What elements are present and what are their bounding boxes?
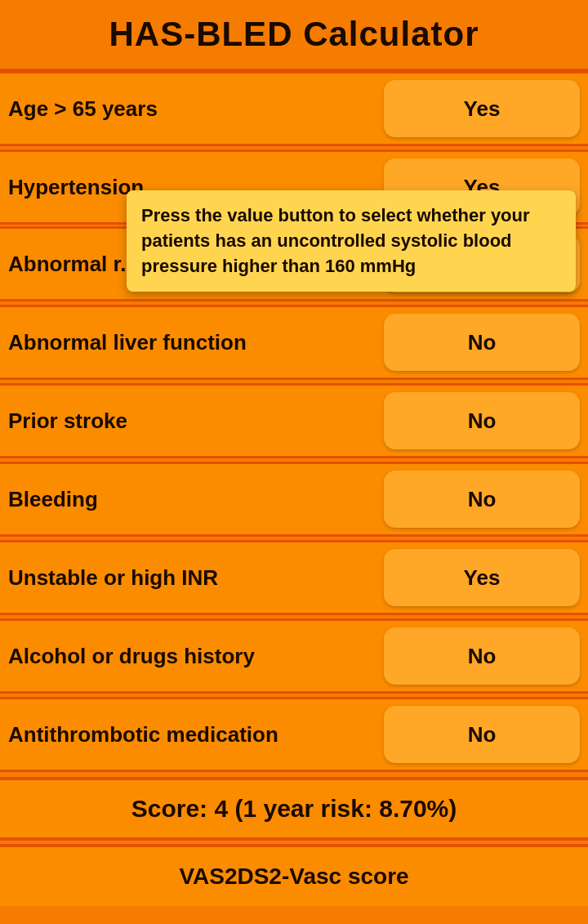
label-abnormal-liver: Abnormal liver function bbox=[8, 330, 384, 355]
row-bleeding: Bleeding No bbox=[0, 462, 588, 537]
label-prior-stroke: Prior stroke bbox=[8, 408, 384, 434]
label-alcohol-drugs: Alcohol or drugs history bbox=[8, 644, 384, 669]
label-unstable-inr: Unstable or high INR bbox=[8, 565, 384, 591]
score-section: Score: 4 (1 year risk: 8.70%) bbox=[0, 777, 588, 841]
value-btn-bleeding[interactable]: No bbox=[384, 471, 580, 528]
tooltip-text: Press the value button to select whether… bbox=[141, 205, 530, 276]
value-btn-alcohol-drugs[interactable]: No bbox=[384, 627, 580, 685]
value-btn-antithrombotic[interactable]: No bbox=[384, 706, 580, 763]
value-btn-prior-stroke[interactable]: No bbox=[384, 392, 580, 449]
label-antithrombotic: Antithrombotic medication bbox=[8, 722, 384, 748]
row-unstable-inr: Unstable or high INR Yes bbox=[0, 540, 588, 615]
label-bleeding: Bleeding bbox=[8, 487, 384, 512]
app-container: HAS-BLED Calculator Age > 65 years Yes H… bbox=[0, 0, 588, 924]
row-alcohol-drugs: Alcohol or drugs history No bbox=[0, 618, 588, 694]
label-age: Age > 65 years bbox=[8, 96, 384, 122]
rows-wrapper: Age > 65 years Yes Hypertension Yes Abno… bbox=[0, 71, 588, 774]
value-btn-age[interactable]: Yes bbox=[384, 80, 580, 137]
value-btn-abnormal-liver[interactable]: No bbox=[384, 314, 580, 371]
vas-section[interactable]: VAS2DS2-Vasc score bbox=[0, 844, 588, 906]
row-antithrombotic: Antithrombotic medication No bbox=[0, 697, 588, 772]
tooltip-popup: Press the value button to select whether… bbox=[127, 190, 576, 292]
score-text: Score: 4 (1 year risk: 8.70%) bbox=[131, 795, 457, 822]
row-age: Age > 65 years Yes bbox=[0, 71, 588, 146]
value-btn-unstable-inr[interactable]: Yes bbox=[384, 549, 580, 606]
vas-text: VAS2DS2-Vasc score bbox=[179, 864, 408, 889]
tooltip-container: Hypertension Yes Abnormal r... Press the… bbox=[0, 150, 588, 303]
page-title: HAS-BLED Calculator bbox=[8, 15, 580, 54]
row-abnormal-liver: Abnormal liver function No bbox=[0, 305, 588, 380]
row-prior-stroke: Prior stroke No bbox=[0, 383, 588, 458]
header: HAS-BLED Calculator bbox=[0, 0, 588, 71]
